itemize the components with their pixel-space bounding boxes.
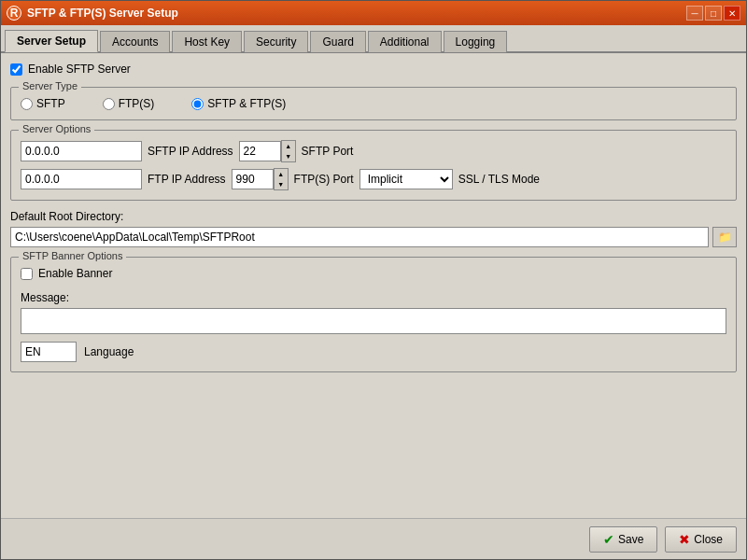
radio-sftp-ftps-label[interactable]: SFTP & FTP(S) — [191, 97, 286, 110]
message-input[interactable] — [21, 308, 726, 334]
banner-inner: Enable Banner Message: Language — [21, 263, 726, 362]
ftp-port-spinner: ▲ ▼ — [232, 168, 289, 190]
close-button-bottom[interactable]: ✖ Close — [665, 526, 737, 553]
title-bar-left: R SFTP & FTP(S) Server Setup — [7, 6, 178, 21]
browse-icon: 📁 — [718, 231, 732, 244]
server-type-group: Server Type SFTP FTP(S) SFTP & FTP(S) — [10, 87, 737, 120]
radio-sftp-ftps-text: SFTP & FTP(S) — [207, 97, 286, 110]
radio-sftp-label[interactable]: SFTP — [21, 97, 65, 110]
bottom-bar: ✔ Save ✖ Close — [1, 518, 746, 559]
save-button[interactable]: ✔ Save — [589, 526, 657, 553]
server-type-options: SFTP FTP(S) SFTP & FTP(S) — [21, 93, 726, 110]
server-options-grid: SFTP IP Address ▲ ▼ SFTP Port FTP IP Add… — [21, 136, 726, 190]
ssl-mode-label: SSL / TLS Mode — [458, 173, 540, 186]
tab-additional[interactable]: Additional — [368, 31, 442, 52]
radio-sftp-text: SFTP — [36, 97, 65, 110]
server-type-title: Server Type — [19, 80, 81, 91]
enable-sftp-label: Enable SFTP Server — [28, 63, 131, 76]
enable-banner-row: Enable Banner — [21, 267, 726, 280]
sftp-port-up[interactable]: ▲ — [282, 141, 295, 151]
enable-banner-label: Enable Banner — [38, 267, 112, 280]
language-row: Language — [21, 342, 726, 362]
close-icon: ✖ — [679, 532, 690, 547]
minimize-button[interactable]: ─ — [686, 6, 703, 21]
default-root-section: Default Root Directory: 📁 — [10, 210, 737, 247]
ftp-ip-label: FTP IP Address — [148, 173, 226, 186]
ftp-port-spinner-btns: ▲ ▼ — [274, 168, 289, 190]
app-icon: R — [7, 6, 21, 21]
server-options-group: Server Options SFTP IP Address ▲ ▼ SFTP … — [10, 130, 737, 201]
ftp-row: FTP IP Address ▲ ▼ FTP(S) Port Implicit … — [21, 168, 726, 190]
radio-sftp[interactable] — [21, 98, 33, 110]
save-icon: ✔ — [603, 532, 614, 547]
tab-bar: Server Setup Accounts Host Key Security … — [1, 25, 746, 53]
maximize-button[interactable]: □ — [705, 6, 722, 21]
ftp-port-label: FTP(S) Port — [294, 173, 354, 186]
sftp-ip-label: SFTP IP Address — [148, 145, 233, 158]
title-bar: R SFTP & FTP(S) Server Setup ─ □ ✕ — [1, 1, 746, 25]
tab-server-setup[interactable]: Server Setup — [5, 30, 98, 52]
message-label: Message: — [21, 291, 726, 304]
sftp-ip-input[interactable] — [21, 141, 142, 161]
ftp-port-down[interactable]: ▼ — [275, 179, 288, 189]
dir-row: 📁 — [10, 227, 737, 247]
ftp-port-up[interactable]: ▲ — [275, 169, 288, 179]
sftp-row: SFTP IP Address ▲ ▼ SFTP Port — [21, 140, 726, 162]
server-options-title: Server Options — [19, 123, 94, 134]
close-button[interactable]: ✕ — [724, 6, 740, 21]
save-label: Save — [618, 533, 643, 546]
language-input[interactable] — [21, 342, 77, 362]
main-content: Enable SFTP Server Server Type SFTP FTP(… — [1, 53, 746, 518]
enable-banner-checkbox[interactable] — [21, 268, 33, 280]
sftp-port-spinner-btns: ▲ ▼ — [281, 140, 296, 162]
browse-button[interactable]: 📁 — [712, 227, 737, 247]
sftp-port-label: SFTP Port — [302, 145, 354, 158]
title-buttons: ─ □ ✕ — [686, 6, 740, 21]
sftp-port-spinner: ▲ ▼ — [239, 140, 296, 162]
window-title: SFTP & FTP(S) Server Setup — [27, 7, 178, 20]
tab-accounts[interactable]: Accounts — [100, 31, 170, 52]
enable-sftp-checkbox[interactable] — [10, 63, 22, 76]
default-root-label: Default Root Directory: — [10, 210, 737, 223]
default-root-input[interactable] — [10, 227, 709, 247]
tab-guard[interactable]: Guard — [310, 31, 365, 52]
radio-ftps-text: FTP(S) — [119, 97, 155, 110]
ftp-ip-input[interactable] — [21, 169, 142, 189]
tab-logging[interactable]: Logging — [444, 31, 508, 52]
ftp-port-input[interactable] — [232, 169, 274, 189]
tab-security[interactable]: Security — [244, 31, 308, 52]
language-label: Language — [84, 345, 134, 358]
sftp-port-down[interactable]: ▼ — [282, 151, 295, 161]
sftp-port-input[interactable] — [239, 141, 281, 161]
close-label: Close — [694, 533, 723, 546]
ssl-mode-select[interactable]: Implicit Explicit Both — [359, 169, 453, 189]
radio-sftp-ftps[interactable] — [191, 98, 204, 110]
radio-ftps[interactable] — [103, 98, 115, 110]
sftp-banner-title: SFTP Banner Options — [19, 250, 126, 261]
radio-ftps-label[interactable]: FTP(S) — [103, 97, 155, 110]
tab-host-key[interactable]: Host Key — [172, 31, 242, 52]
main-window: R SFTP & FTP(S) Server Setup ─ □ ✕ Serve… — [0, 0, 747, 560]
sftp-banner-group: SFTP Banner Options Enable Banner Messag… — [10, 257, 737, 372]
enable-sftp-row: Enable SFTP Server — [10, 63, 737, 76]
